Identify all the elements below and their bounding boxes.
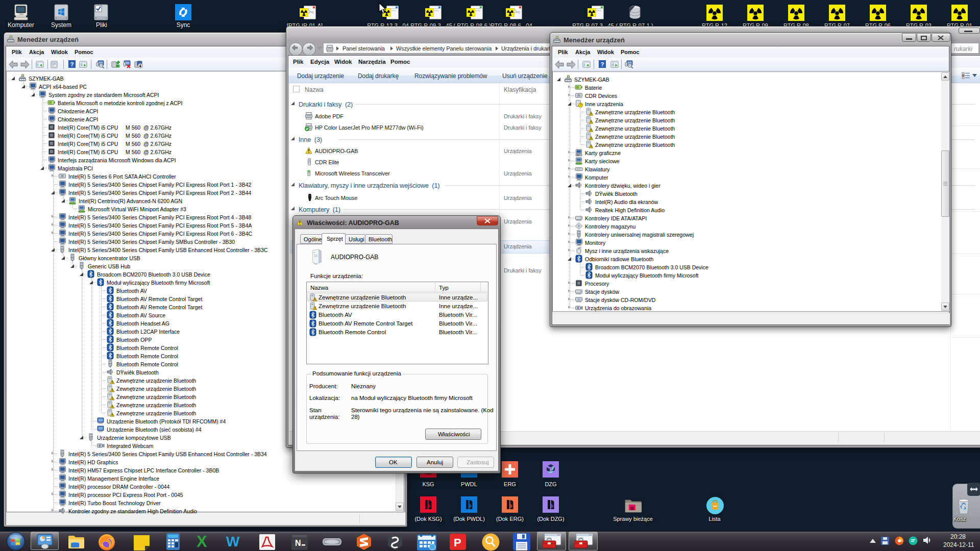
svg-text:P: P — [454, 536, 461, 549]
svg-text:?: ? — [580, 103, 582, 107]
svg-text:?: ? — [601, 61, 604, 67]
svg-text:?: ? — [70, 61, 74, 67]
svg-text:N: N — [295, 539, 301, 547]
